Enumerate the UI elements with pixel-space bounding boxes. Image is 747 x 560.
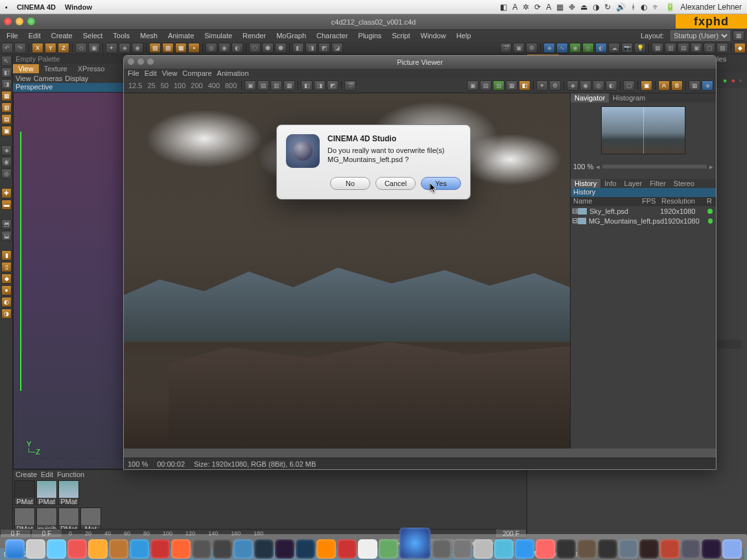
tool-icon[interactable]: ◧ (1, 67, 12, 78)
status-icon[interactable]: ✲ (523, 3, 529, 12)
dock-app[interactable] (432, 539, 451, 559)
render-icon[interactable]: 🎬 (500, 43, 512, 53)
move-tool-icon[interactable]: ↖ (1, 56, 12, 66)
pv-tab-layer[interactable]: Layer (621, 179, 646, 188)
pv-tool-icon[interactable]: ◈ (567, 80, 578, 91)
tool-icon[interactable]: ◎ (1, 169, 12, 179)
pv-tool-icon[interactable]: ▢ (623, 80, 635, 91)
cancel-button[interactable]: Cancel (375, 177, 416, 190)
tool-icon[interactable]: ▤ (678, 43, 689, 53)
dock-app[interactable] (379, 539, 398, 559)
dock-app[interactable] (47, 539, 66, 559)
dock-app[interactable] (26, 539, 45, 559)
no-button[interactable]: No (330, 177, 370, 190)
tool-icon[interactable]: ◇ (75, 43, 87, 53)
tool-icon[interactable]: ✦ (106, 43, 117, 53)
pv-menu-compare[interactable]: Compare (182, 69, 211, 77)
dock-app[interactable] (67, 539, 87, 559)
pv-tool-icon[interactable]: ⚙ (549, 80, 561, 91)
pv-tab-info[interactable]: Info (600, 179, 620, 188)
dock-app[interactable] (233, 539, 253, 559)
app-name[interactable]: CINEMA 4D (17, 3, 56, 11)
tool-icon[interactable]: ▣ (1, 126, 12, 136)
dock-app[interactable] (598, 539, 617, 559)
pv-menu-view[interactable]: View (162, 69, 178, 77)
pv-navigator-thumb[interactable] (571, 102, 716, 161)
pv-tool-icon[interactable]: ▦ (689, 80, 700, 91)
volume-icon[interactable]: 🔊 (616, 3, 626, 12)
pv-zoom-slider[interactable] (602, 165, 707, 169)
pv-tab-navigator[interactable]: Navigator (571, 93, 609, 102)
dock-app[interactable] (660, 539, 680, 559)
material-swatch[interactable]: PMat M (14, 480, 35, 505)
vp-menu-display[interactable]: Display (65, 75, 88, 82)
material-swatch[interactable]: PMat Sh (58, 480, 79, 505)
pv-tool-icon[interactable]: ▣ (467, 80, 479, 91)
dock-app-finder[interactable] (5, 539, 25, 559)
wifi-icon[interactable]: ᯤ (652, 3, 660, 12)
undo-icon[interactable]: ↶ (1, 43, 13, 53)
pv-titlebar[interactable]: Picture Viewer (124, 56, 716, 69)
battery-icon[interactable]: 🔋 (665, 3, 675, 12)
pv-tool-icon[interactable]: ◉ (580, 80, 591, 91)
tool-icon[interactable]: ◉ (132, 43, 143, 53)
vp-menu-view[interactable]: View (16, 75, 31, 82)
menu-select[interactable]: Select (79, 30, 107, 41)
tool-icon[interactable]: ◧ (292, 43, 304, 53)
status-icon[interactable]: ◑ (593, 3, 599, 12)
tool-icon[interactable]: ◐ (1, 297, 12, 307)
dock-app[interactable] (150, 539, 170, 559)
tool-icon[interactable]: ◐ (231, 43, 243, 53)
pv-tab-stereo[interactable]: Stereo (670, 179, 698, 188)
dock-app[interactable] (171, 539, 191, 559)
yes-button[interactable]: Yes (421, 177, 461, 190)
tool-icon[interactable]: ▦ (1, 91, 12, 101)
dock-app[interactable] (556, 539, 576, 559)
pv-history-row[interactable]: ⊟ Sky_left.psd 1920x1080 (571, 206, 716, 216)
vp-menu-cameras[interactable]: Cameras (34, 75, 63, 82)
menu-animate[interactable]: Animate (164, 30, 198, 41)
status-icon[interactable]: A (546, 3, 551, 12)
dock-app[interactable] (109, 539, 128, 559)
tool-icon[interactable]: ◉ (219, 43, 230, 53)
tool-icon[interactable]: ▧ (149, 43, 161, 53)
dock-app-c4d[interactable] (399, 528, 431, 559)
dock-app[interactable] (494, 539, 514, 559)
pv-tool-icon[interactable]: ◐ (606, 80, 617, 91)
status-icon[interactable]: ❉ (569, 3, 575, 12)
tool-icon[interactable]: ▢ (704, 43, 715, 53)
tool-icon[interactable]: ◆ (1, 274, 12, 284)
tool-icon[interactable]: ◈ (1, 145, 12, 156)
pv-tool-icon[interactable]: ◎ (593, 80, 604, 91)
pv-tool-icon[interactable]: ◧ (519, 80, 530, 91)
dock-app-pr[interactable] (702, 539, 721, 559)
tab-xpresso[interactable]: XPresso (73, 64, 110, 73)
pv-tool-icon[interactable]: ▣ (244, 80, 256, 91)
tool-icon[interactable]: ◨ (305, 43, 317, 53)
pv-tab-history[interactable]: History (571, 179, 600, 188)
tool-icon[interactable]: ◪ (331, 43, 343, 53)
generator-icon[interactable]: ◎ (582, 43, 594, 53)
menu-render[interactable]: Render (239, 30, 270, 41)
status-icon[interactable]: ▦ (556, 3, 563, 12)
status-icon[interactable]: ⏏ (580, 3, 587, 12)
pv-tool-icon[interactable]: ▥ (270, 80, 282, 91)
tab-view[interactable]: View (13, 64, 39, 73)
pv-tool-icon[interactable]: ▤ (257, 80, 269, 91)
tool-icon[interactable]: ▦ (652, 43, 663, 53)
dock-app[interactable] (577, 539, 597, 559)
menu-edit[interactable]: Edit (25, 30, 45, 41)
tool-icon[interactable]: ⬢ (262, 43, 274, 53)
menu-window[interactable]: Window (417, 30, 450, 41)
light-icon[interactable]: 💡 (634, 43, 646, 53)
dock-app[interactable] (619, 539, 638, 559)
pv-scrollbar[interactable] (124, 449, 716, 458)
tool-icon[interactable]: ▬ (1, 200, 12, 210)
tool-icon[interactable]: ◉ (1, 157, 12, 167)
primitive-icon[interactable]: ◈ (543, 43, 555, 53)
pv-menu-animation[interactable]: Animation (217, 69, 249, 77)
spline-icon[interactable]: ∿ (556, 43, 568, 53)
tool-icon[interactable]: ▮ (1, 250, 12, 261)
pv-menu-edit[interactable]: Edit (145, 69, 157, 77)
dock-app[interactable] (453, 539, 472, 559)
